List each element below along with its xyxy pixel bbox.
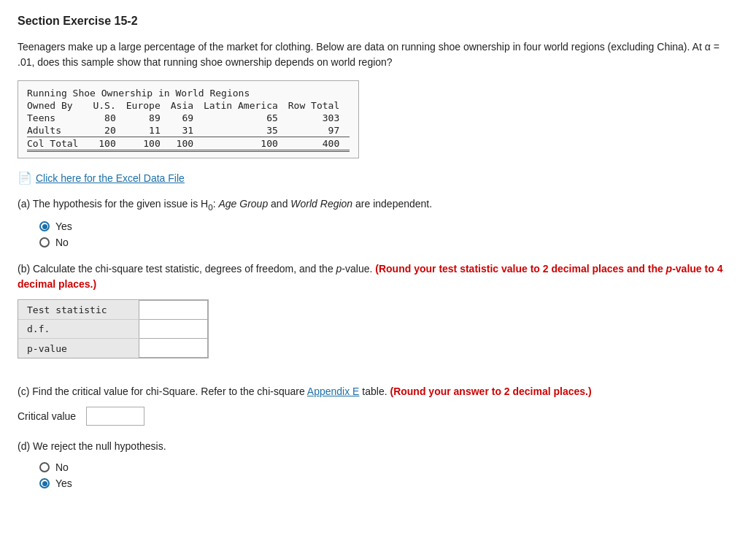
part-a-label: (a) The hypothesis for the given issue i… <box>18 196 738 213</box>
cell-col-total-latin-america: 100 <box>204 137 288 151</box>
part-a-yes-label: Yes <box>55 220 72 232</box>
critical-value-field[interactable] <box>87 407 144 425</box>
part-d-radio-group: No Yes <box>39 461 738 489</box>
part-d-no-option[interactable]: No <box>39 461 738 473</box>
stats-label-df: d.f. <box>18 320 139 339</box>
col-header-asia: Asia <box>171 99 204 112</box>
cell-adults-asia: 31 <box>171 124 204 137</box>
pvalue-field[interactable] <box>145 342 201 354</box>
stats-row-pvalue: p-value <box>18 339 208 358</box>
stats-input-test-statistic[interactable] <box>139 301 207 320</box>
cell-teens-latin-america: 65 <box>204 112 288 124</box>
part-d: (d) We reject the null hypothesis. No Ye… <box>18 439 738 489</box>
part-d-text: (d) We reject the null hypothesis. <box>18 440 166 452</box>
h0-subscript: 0 <box>208 202 212 212</box>
critical-value-row: Critical value <box>18 407 738 426</box>
part-d-yes-option[interactable]: Yes <box>39 477 738 489</box>
part-d-no-label: No <box>55 461 69 473</box>
df-field[interactable] <box>145 323 201 335</box>
table-row-teens: Teens 80 89 69 65 303 <box>27 112 350 124</box>
part-a-no-label: No <box>55 237 69 248</box>
cell-adults-latin-america: 35 <box>204 124 288 137</box>
col-header-latin-america: Latin America <box>204 99 288 112</box>
cell-col-total-us: 100 <box>93 137 126 151</box>
part-a-prefix: (a) The hypothesis for the given issue i… <box>18 198 432 210</box>
part-c-text: (c) Find the critical value for chi-Squa… <box>18 386 592 397</box>
stats-table-wrapper: Test statistic d.f. p-value <box>18 299 209 358</box>
intro-text: Teenagers make up a large percentage of … <box>18 39 738 70</box>
col-header-row-total: Row Total <box>288 99 350 112</box>
table-row-col-total: Col Total 100 100 100 100 400 <box>27 137 350 151</box>
part-b-bold-red: (Round your test statistic value to 2 de… <box>18 263 722 290</box>
stats-row-df: d.f. <box>18 320 208 339</box>
stats-label-test-statistic: Test statistic <box>18 301 139 320</box>
cell-adults-row-total: 97 <box>288 124 350 137</box>
part-d-label: (d) We reject the null hypothesis. <box>18 439 738 454</box>
part-d-yes-label: Yes <box>55 477 72 489</box>
part-b-label: (b) Calculate the chi-square test statis… <box>18 261 738 292</box>
part-b-italic-p: p <box>336 263 342 275</box>
part-d-yes-radio[interactable] <box>39 478 50 488</box>
part-d-no-radio[interactable] <box>39 462 50 472</box>
part-a-radio-group: Yes No <box>39 220 738 248</box>
part-a-italic-2: World Region <box>290 198 352 210</box>
part-b: (b) Calculate the chi-square test statis… <box>18 261 738 371</box>
data-table-wrapper: Running Shoe Ownership in World Regions … <box>18 80 359 158</box>
cell-col-total-asia: 100 <box>171 137 204 151</box>
file-icon: 📄 <box>18 171 32 185</box>
part-a: (a) The hypothesis for the given issue i… <box>18 196 738 248</box>
part-c-label: (c) Find the critical value for chi-Squa… <box>18 384 738 399</box>
cell-col-total-row-total: 400 <box>288 137 350 151</box>
cell-teens-row-total: 303 <box>288 112 350 124</box>
cell-teens-us: 80 <box>93 112 126 124</box>
cell-col-total-europe: 100 <box>126 137 171 151</box>
excel-link-container: 📄 Click here for the Excel Data File <box>18 171 738 185</box>
stats-row-test-statistic: Test statistic <box>18 301 208 320</box>
cell-teens-label: Teens <box>27 112 93 124</box>
part-a-yes-option[interactable]: Yes <box>39 220 738 232</box>
data-table: Running Shoe Ownership in World Regions … <box>27 87 350 152</box>
cell-col-total-label: Col Total <box>27 137 93 151</box>
col-header-us: U.S. <box>93 99 126 112</box>
part-c-bold-red: (Round your answer to 2 decimal places.) <box>390 386 591 397</box>
stats-input-pvalue[interactable] <box>139 339 207 358</box>
cell-adults-europe: 11 <box>126 124 171 137</box>
cell-adults-us: 20 <box>93 124 126 137</box>
stats-label-pvalue: p-value <box>18 339 139 358</box>
part-a-italic-1: Age Group <box>218 198 268 210</box>
part-b-text: (b) Calculate the chi-square test statis… <box>18 263 722 290</box>
part-a-yes-radio[interactable] <box>39 221 50 231</box>
col-header-europe: Europe <box>126 99 171 112</box>
part-a-no-radio[interactable] <box>39 237 50 248</box>
excel-link[interactable]: Click here for the Excel Data File <box>36 172 185 184</box>
cell-teens-asia: 69 <box>171 112 204 124</box>
critical-value-input-wrapper[interactable] <box>86 407 144 426</box>
stats-table: Test statistic d.f. p-value <box>18 300 208 358</box>
part-c: (c) Find the critical value for chi-Squa… <box>18 384 738 426</box>
page-title: Section Exercise 15-2 <box>18 15 738 28</box>
test-statistic-field[interactable] <box>145 304 201 316</box>
table-row-adults: Adults 20 11 31 35 97 <box>27 124 350 137</box>
cell-adults-label: Adults <box>27 124 93 137</box>
part-a-no-option[interactable]: No <box>39 237 738 248</box>
table-caption: Running Shoe Ownership in World Regions <box>27 87 350 99</box>
appendix-e-link[interactable]: Appendix E <box>307 386 360 397</box>
stats-input-df[interactable] <box>139 320 207 339</box>
col-header-owned-by: Owned By <box>27 99 93 112</box>
critical-value-label: Critical value <box>18 410 76 422</box>
cell-teens-europe: 89 <box>126 112 171 124</box>
